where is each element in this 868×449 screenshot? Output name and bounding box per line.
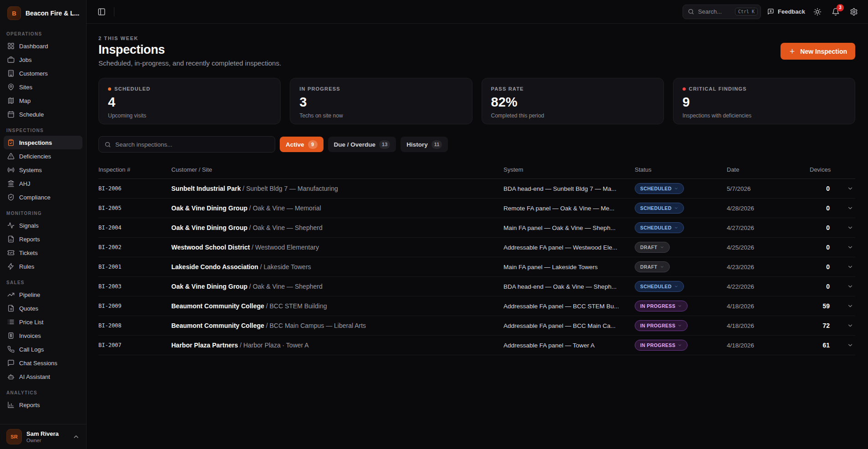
sidebar-item-price-list[interactable]: Price List <box>4 315 82 329</box>
row-expand-button[interactable] <box>836 264 855 270</box>
sidebar-item-label: Quotes <box>19 305 38 312</box>
customer-name: Harbor Plaza Partners <box>171 342 238 349</box>
inspections-search-input[interactable]: Search inspections... <box>98 136 275 153</box>
sidebar-item-label: AI Assistant <box>19 373 50 380</box>
sidebar-item-sites[interactable]: Sites <box>4 80 82 94</box>
avatar: SR <box>6 429 22 444</box>
site-name: / Westwood Elementary <box>250 244 318 251</box>
sidebar-item-ai-assistant[interactable]: AI Assistant <box>4 370 82 383</box>
status-label: SCHEDULED <box>640 205 672 211</box>
sidebar-item-call-logs[interactable]: Call Logs <box>4 342 82 356</box>
sidebar-item-reports[interactable]: Reports <box>4 398 82 412</box>
inspection-date: 4/23/2026 <box>727 264 810 270</box>
status-badge[interactable]: SCHEDULED <box>635 281 684 292</box>
sidebar-item-pipeline[interactable]: Pipeline <box>4 288 82 301</box>
calendar-icon <box>7 111 15 118</box>
tab-due-overdue[interactable]: Due / Overdue13 <box>328 137 396 152</box>
table-row[interactable]: BI-2001Lakeside Condo Association / Lake… <box>98 257 855 277</box>
global-search-input[interactable]: Search... Ctrl K <box>683 5 761 19</box>
status-badge[interactable]: DRAFT <box>635 261 670 272</box>
table-row[interactable]: BI-2002Westwood School District / Westwo… <box>98 238 855 257</box>
sidebar-item-dashboard[interactable]: Dashboard <box>4 39 82 53</box>
status-cell: SCHEDULED <box>635 203 727 214</box>
sidebar-item-deficiencies[interactable]: Deficiencies <box>4 149 82 163</box>
sidebar-item-signals[interactable]: Signals <box>4 219 82 232</box>
brand[interactable]: B Beacon Fire & L... <box>0 0 86 25</box>
sidebar-item-systems[interactable]: Systems <box>4 163 82 177</box>
customer-name: Lakeside Condo Association <box>171 263 258 270</box>
row-expand-button[interactable] <box>836 224 855 231</box>
status-badge[interactable]: SCHEDULED <box>635 183 684 194</box>
file-chart-icon <box>7 235 15 243</box>
row-expand-button[interactable] <box>836 244 855 250</box>
sidebar-item-quotes[interactable]: Quotes <box>4 301 82 315</box>
sidebar-item-invoices[interactable]: Invoices <box>4 329 82 342</box>
stat-value: 9 <box>683 95 846 110</box>
settings-button[interactable] <box>848 6 860 18</box>
inspection-date: 4/18/2026 <box>727 342 810 349</box>
site-name: / Oak & Vine — Shepherd <box>247 224 323 231</box>
map-icon <box>7 97 15 104</box>
table-row[interactable]: BI-2008Beaumont Community College / BCC … <box>98 316 855 336</box>
content: 2 This Week Inspections Scheduled, in-pr… <box>87 24 868 449</box>
table-row[interactable]: BI-2006Sunbelt Industrial Park / Sunbelt… <box>98 179 855 199</box>
bar-chart-icon <box>7 401 15 408</box>
notifications-button[interactable]: 3 <box>830 6 842 18</box>
customer-site: Oak & Vine Dining Group / Oak & Vine — S… <box>171 224 503 231</box>
sidebar-item-label: Inspections <box>19 139 52 146</box>
sidebar-item-rules[interactable]: Rules <box>4 260 82 273</box>
tab-active[interactable]: Active9 <box>280 137 324 152</box>
row-expand-button[interactable] <box>836 322 855 329</box>
table-row[interactable]: BI-2004Oak & Vine Dining Group / Oak & V… <box>98 218 855 238</box>
inspection-number: BI-2004 <box>98 224 171 231</box>
system-name: Addressable FA panel — Tower A <box>503 342 635 349</box>
trending-up-icon <box>7 291 15 298</box>
system-name: Addressable FA panel — BCC Main Ca... <box>503 322 635 329</box>
feedback-button[interactable]: Feedback <box>767 8 805 15</box>
sidebar-item-chat-sessions[interactable]: Chat Sessions <box>4 356 82 370</box>
chevron-down-icon <box>674 284 678 289</box>
phone-icon <box>7 346 15 353</box>
theme-toggle-button[interactable] <box>812 6 823 18</box>
chevron-down-icon <box>678 343 682 347</box>
sidebar-item-label: Price List <box>19 319 43 326</box>
status-badge[interactable]: IN PROGRESS <box>635 320 688 331</box>
row-expand-button[interactable] <box>836 283 855 290</box>
tab-label: Due / Overdue <box>334 141 376 148</box>
row-expand-button[interactable] <box>836 303 855 309</box>
status-badge[interactable]: IN PROGRESS <box>635 340 688 351</box>
sidebar-item-ahj[interactable]: AHJ <box>4 177 82 190</box>
sidebar-item-inspections[interactable]: Inspections <box>4 136 82 149</box>
table-row[interactable]: BI-2005Oak & Vine Dining Group / Oak & V… <box>98 199 855 218</box>
new-inspection-button[interactable]: New Inspection <box>781 43 855 60</box>
sidebar-item-label: Schedule <box>19 111 44 118</box>
sidebar-item-compliance[interactable]: Compliance <box>4 190 82 204</box>
sidebar-toggle-button[interactable] <box>96 6 108 18</box>
status-badge[interactable]: DRAFT <box>635 242 670 253</box>
status-badge[interactable]: SCHEDULED <box>635 222 684 233</box>
search-icon <box>104 141 111 148</box>
building-icon <box>7 70 15 77</box>
stat-label-text: Scheduled <box>114 86 150 92</box>
row-expand-button[interactable] <box>836 185 855 192</box>
tab-history[interactable]: History11 <box>401 137 448 152</box>
row-expand-button[interactable] <box>836 342 855 348</box>
sidebar-item-schedule[interactable]: Schedule <box>4 107 82 121</box>
table-row[interactable]: BI-2007Harbor Plaza Partners / Harbor Pl… <box>98 336 855 355</box>
stat-subtext: Upcoming visits <box>108 112 271 119</box>
status-badge[interactable]: SCHEDULED <box>635 203 684 214</box>
system-name: Main FA panel — Lakeside Towers <box>503 264 635 270</box>
table-row[interactable]: BI-2009Beaumont Community College / BCC … <box>98 296 855 316</box>
sidebar-item-label: Compliance <box>19 194 51 201</box>
sidebar-item-map[interactable]: Map <box>4 94 82 107</box>
status-cell: SCHEDULED <box>635 183 727 194</box>
sidebar-item-reports[interactable]: Reports <box>4 232 82 246</box>
sidebar-item-tickets[interactable]: Tickets <box>4 246 82 260</box>
user-menu[interactable]: SR Sam Rivera Owner <box>0 424 86 449</box>
table-row[interactable]: BI-2003Oak & Vine Dining Group / Oak & V… <box>98 277 855 296</box>
sidebar-item-jobs[interactable]: Jobs <box>4 53 82 66</box>
clipboard-check-icon <box>7 139 15 146</box>
status-badge[interactable]: IN PROGRESS <box>635 301 688 311</box>
row-expand-button[interactable] <box>836 205 855 211</box>
sidebar-item-customers[interactable]: Customers <box>4 66 82 80</box>
